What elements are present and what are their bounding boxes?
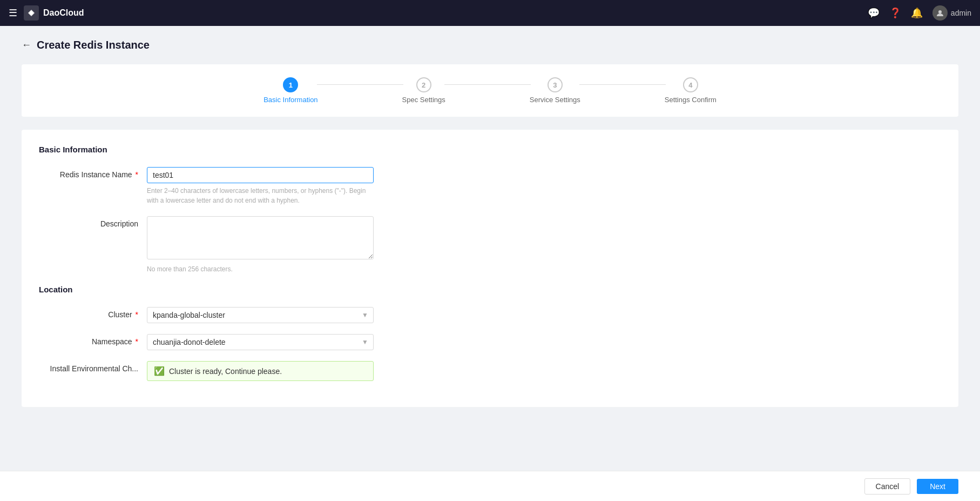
svg-point-2: [938, 10, 942, 14]
env-check-row: Install Environmental Ch... ✅ Cluster is…: [39, 361, 941, 381]
top-navigation: ☰ DaoCloud 💬 ❓ 🔔 admin: [0, 0, 980, 26]
location-section-title: Location: [39, 285, 941, 294]
step-line-2-3: [444, 84, 531, 85]
namespace-label: Namespace *: [39, 334, 147, 346]
cluster-ready-message: Cluster is ready, Continue please.: [169, 367, 282, 376]
step-4: 4 Settings Confirm: [665, 77, 717, 104]
cluster-select[interactable]: kpanda-global-cluster: [147, 307, 374, 323]
namespace-control: chuanjia-donot-delete ▼: [147, 334, 374, 350]
namespace-select[interactable]: chuanjia-donot-delete: [147, 334, 374, 350]
step-line-3-4: [579, 84, 666, 85]
main-content: ← Create Redis Instance 1 Basic Informat…: [0, 26, 980, 501]
step-4-circle: 4: [683, 77, 698, 92]
redis-name-label: Redis Instance Name *: [39, 167, 147, 179]
step-2-circle: 2: [416, 77, 431, 92]
description-row: Description No more than 256 characters.: [39, 216, 941, 274]
cluster-label: Cluster *: [39, 307, 147, 319]
notification-icon[interactable]: 🔔: [911, 7, 923, 19]
description-hint: No more than 256 characters.: [147, 264, 374, 274]
cluster-control: kpanda-global-cluster ▼: [147, 307, 374, 323]
step-1-circle: 1: [283, 77, 298, 92]
steps-list: 1 Basic Information 2 Spec Settings 3 Se…: [263, 77, 717, 104]
step-2-label: Spec Settings: [402, 96, 445, 104]
page-header: ← Create Redis Instance: [22, 39, 958, 51]
steps-container: 1 Basic Information 2 Spec Settings 3 Se…: [22, 64, 958, 117]
cluster-ready-banner: ✅ Cluster is ready, Continue please.: [147, 361, 374, 381]
description-label: Description: [39, 216, 147, 228]
avatar: [932, 5, 948, 21]
description-input[interactable]: [147, 216, 374, 259]
form-container: Basic Information Redis Instance Name * …: [22, 130, 958, 407]
user-menu[interactable]: admin: [932, 5, 971, 21]
cluster-select-wrap: kpanda-global-cluster ▼: [147, 307, 374, 323]
redis-name-input[interactable]: [147, 167, 374, 183]
step-3: 3 Service Settings: [530, 77, 580, 104]
redis-name-control: Enter 2–40 characters of lowercase lette…: [147, 167, 374, 205]
description-control: No more than 256 characters.: [147, 216, 374, 274]
logo-icon: [24, 5, 39, 21]
env-check-control: ✅ Cluster is ready, Continue please.: [147, 361, 374, 381]
step-1: 1 Basic Information: [263, 77, 317, 104]
step-2: 2 Spec Settings: [402, 77, 445, 104]
step-3-label: Service Settings: [530, 96, 580, 104]
step-4-label: Settings Confirm: [665, 96, 717, 104]
svg-point-1: [30, 11, 33, 15]
step-3-circle: 3: [548, 77, 563, 92]
footer-bar: Cancel Next: [0, 471, 980, 501]
help-icon[interactable]: ❓: [889, 7, 901, 19]
cancel-button[interactable]: Cancel: [864, 478, 911, 495]
logo: DaoCloud: [24, 5, 84, 21]
cluster-row: Cluster * kpanda-global-cluster ▼: [39, 307, 941, 323]
page-title: Create Redis Instance: [37, 39, 150, 51]
step-1-label: Basic Information: [263, 96, 317, 104]
back-button[interactable]: ←: [22, 39, 31, 51]
message-icon[interactable]: 💬: [868, 7, 880, 19]
app-name: DaoCloud: [43, 8, 84, 18]
redis-name-hint: Enter 2–40 characters of lowercase lette…: [147, 186, 374, 205]
namespace-row: Namespace * chuanjia-donot-delete ▼: [39, 334, 941, 350]
check-circle-icon: ✅: [154, 366, 165, 376]
next-button[interactable]: Next: [917, 479, 958, 494]
step-line-1-2: [317, 84, 403, 85]
namespace-select-wrap: chuanjia-donot-delete ▼: [147, 334, 374, 350]
user-name: admin: [951, 9, 971, 17]
env-check-label: Install Environmental Ch...: [39, 361, 147, 373]
redis-name-row: Redis Instance Name * Enter 2–40 charact…: [39, 167, 941, 205]
basic-info-section-title: Basic Information: [39, 145, 941, 154]
hamburger-menu-icon[interactable]: ☰: [9, 7, 17, 19]
